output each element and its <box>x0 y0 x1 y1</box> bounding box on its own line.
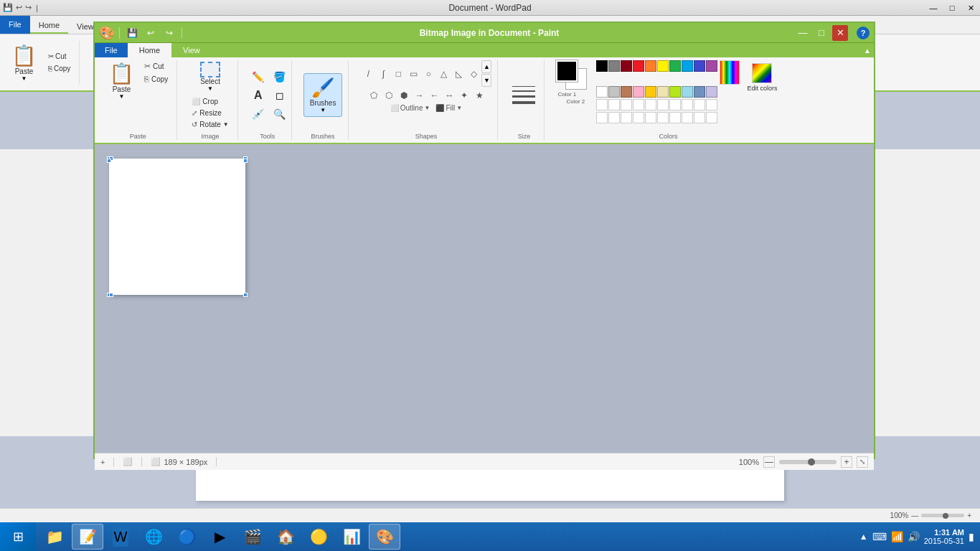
paint-view-tab[interactable]: View <box>171 43 212 57</box>
shape-star5[interactable]: ★ <box>471 88 487 103</box>
handle-ml[interactable] <box>107 159 111 163</box>
swatch-blue[interactable] <box>694 60 705 72</box>
tray-keyboard[interactable]: ⌨ <box>872 531 887 542</box>
swatch-lavender[interactable] <box>706 86 717 98</box>
swatch-yellow[interactable] <box>657 60 669 72</box>
select-button[interactable]: Select ▼ <box>196 60 225 93</box>
pencil-tool[interactable]: ✏️ <box>250 68 267 85</box>
swatch-custom-1[interactable] <box>596 99 608 110</box>
paint-help-button[interactable]: ? <box>857 27 870 39</box>
color-gradient[interactable] <box>720 60 740 85</box>
swatch-custom-11[interactable] <box>596 112 608 123</box>
magnify-tool[interactable]: 🔍 <box>271 105 288 123</box>
taskbar-notepad[interactable]: W <box>105 524 136 550</box>
swatch-custom-12[interactable] <box>608 112 620 123</box>
shape-curve[interactable]: ∫ <box>375 67 391 81</box>
shape-diamond[interactable]: ◇ <box>466 67 481 81</box>
swatch-custom-9[interactable] <box>694 99 705 110</box>
swatch-skyblue[interactable] <box>682 86 693 98</box>
fill-tool[interactable]: 🪣 <box>271 68 288 85</box>
tray-expand[interactable]: ▲ <box>859 532 868 542</box>
paint-save-button[interactable]: 💾 <box>124 26 140 40</box>
swatch-purple[interactable] <box>706 60 717 72</box>
paint-minimize-button[interactable]: — <box>795 25 811 41</box>
copy-button[interactable]: ⎘ Copy <box>141 73 171 85</box>
eyedropper-tool[interactable]: 💉 <box>250 105 267 123</box>
swatch-custom-18[interactable] <box>682 112 693 123</box>
paint-file-tab[interactable]: File <box>95 43 128 57</box>
shape-pentagon[interactable]: ⬠ <box>366 88 382 103</box>
wordpad-minimize-button[interactable]: — <box>924 0 943 16</box>
swatch-custom-16[interactable] <box>657 112 669 123</box>
swatch-white[interactable] <box>596 86 608 98</box>
brushes-button[interactable]: 🖌️ Brushes ▼ <box>303 73 343 117</box>
paint-canvas[interactable] <box>109 159 245 295</box>
swatch-custom-13[interactable] <box>621 112 632 123</box>
shape-star4[interactable]: ✦ <box>456 88 472 103</box>
color1-box[interactable] <box>556 60 578 82</box>
swatch-custom-10[interactable] <box>706 99 717 110</box>
swatch-steelblue[interactable] <box>694 86 705 98</box>
paint-close-button[interactable]: ✕ <box>832 25 848 41</box>
shape-ellipse[interactable]: ○ <box>420 67 436 81</box>
swatch-custom-3[interactable] <box>621 99 632 110</box>
shape-rect[interactable]: □ <box>390 67 406 81</box>
wordpad-file-tab[interactable]: File <box>0 15 30 34</box>
eraser-tool[interactable]: ◻ <box>271 87 288 104</box>
taskbar-stickynotes[interactable]: 🟡 <box>303 524 334 550</box>
size-display[interactable] <box>509 83 538 107</box>
swatch-custom-7[interactable] <box>669 99 681 110</box>
start-button[interactable]: ⊞ <box>0 522 36 551</box>
taskbar-app2[interactable]: 🏠 <box>270 524 301 550</box>
taskbar-mediacenter[interactable]: 🎬 <box>237 524 268 550</box>
fullscreen-button[interactable]: ⤡ <box>857 456 868 468</box>
shape-rt-triangle[interactable]: ◺ <box>451 67 466 81</box>
paint-maximize-button[interactable]: □ <box>814 25 829 41</box>
tray-show-desktop[interactable]: ▮ <box>969 531 974 542</box>
shapes-scroll-down[interactable]: ▼ <box>481 74 491 87</box>
shape-arrow-right[interactable]: → <box>411 88 427 103</box>
rotate-button[interactable]: ↺ Rotate ▼ <box>189 119 231 130</box>
text-tool[interactable]: A <box>250 87 267 104</box>
clock[interactable]: 1:31 AM 2015-05-31 <box>924 528 964 545</box>
fill-button[interactable]: ⬛ Fill ▼ <box>435 104 462 112</box>
shapes-scroll-up[interactable]: ▲ <box>481 60 491 73</box>
swatch-orange[interactable] <box>645 60 656 72</box>
handle-bc[interactable] <box>109 293 113 297</box>
wordpad-paste-button[interactable]: 📋 Paste ▼ <box>6 41 42 85</box>
zoom-out-button[interactable]: — <box>763 456 775 468</box>
shape-roundrect[interactable]: ▭ <box>405 67 421 81</box>
outline-button[interactable]: ⬜ Outline ▼ <box>390 104 430 112</box>
swatch-custom-4[interactable] <box>633 99 644 110</box>
swatch-green[interactable] <box>669 60 681 72</box>
crop-button[interactable]: ⬜ Crop <box>189 96 231 107</box>
shape-hexagon[interactable]: ⬡ <box>381 88 397 103</box>
paint-home-tab[interactable]: Home <box>128 43 171 57</box>
swatch-pink[interactable] <box>633 86 644 98</box>
shape-octagon[interactable]: ⬢ <box>396 88 412 103</box>
swatch-red[interactable] <box>633 60 644 72</box>
swatch-custom-15[interactable] <box>645 112 656 123</box>
swatch-lightgray[interactable] <box>608 86 620 98</box>
edit-colors-button[interactable]: Edit colors <box>744 60 780 95</box>
swatch-lime[interactable] <box>669 86 681 98</box>
wordpad-cut-button[interactable]: ✂Cut <box>45 51 73 62</box>
swatch-darkred[interactable] <box>621 60 632 72</box>
taskbar-explorer[interactable]: 📁 <box>39 524 70 550</box>
handle-br[interactable] <box>243 293 248 297</box>
shape-triangle[interactable]: △ <box>435 67 451 81</box>
shape-4-arrow[interactable]: ↔ <box>441 88 457 103</box>
swatch-custom-17[interactable] <box>669 112 681 123</box>
taskbar-paint[interactable]: 🎨 <box>369 524 400 550</box>
resize-button[interactable]: ⤢ Resize <box>189 108 231 118</box>
handle-mr[interactable] <box>243 159 248 163</box>
swatch-custom-6[interactable] <box>657 99 669 110</box>
wordpad-home-tab[interactable]: Home <box>30 18 68 34</box>
wordpad-maximize-button[interactable]: □ <box>943 0 961 16</box>
swatch-custom-19[interactable] <box>694 112 705 123</box>
swatch-custom-5[interactable] <box>645 99 656 110</box>
swatch-gold[interactable] <box>645 86 656 98</box>
swatch-lightblue[interactable] <box>682 60 693 72</box>
tray-sound[interactable]: 🔊 <box>908 531 920 542</box>
swatch-cream[interactable] <box>657 86 669 98</box>
